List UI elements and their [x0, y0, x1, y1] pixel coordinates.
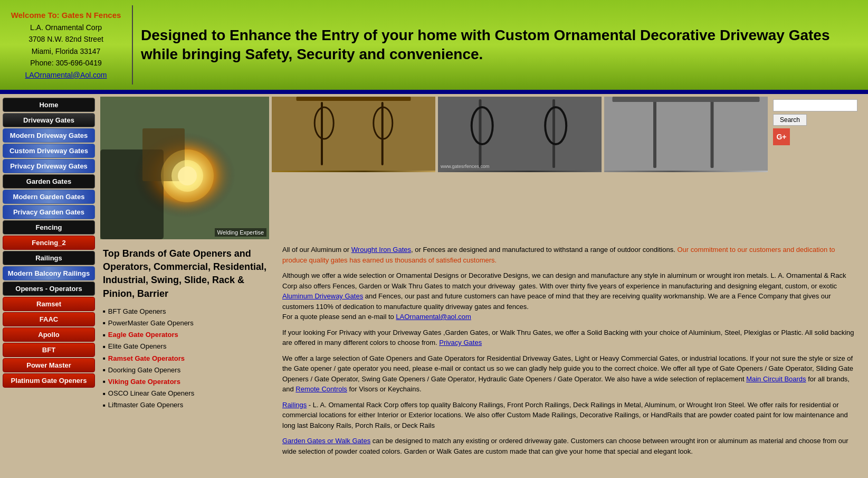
list-item: Doorking Gate Openers [103, 364, 272, 376]
gate-image-3 [604, 97, 768, 172]
google-plus-button[interactable]: G+ [773, 128, 790, 145]
privacy-gates-link[interactable]: Privacy Gates [439, 339, 482, 346]
content-area: Welding Expertise [98, 94, 868, 467]
list-item: Eagle Gate Operators [103, 329, 272, 341]
list-item: BFT Gate Openers [103, 306, 272, 317]
list-item: Elite Gate Openers [103, 341, 272, 352]
svg-rect-8 [272, 97, 435, 171]
content-para6: Garden Gates or Walk Gates can be design… [282, 436, 860, 456]
address2: Miami, Florida 33147 [8, 45, 124, 57]
sidebar-item-platinum[interactable]: Platinum Gate Openers [3, 373, 95, 388]
company-name: Gates N Fences [62, 11, 121, 20]
gate-image-2: www.gatesrfences.com [438, 97, 602, 172]
sidebar-item-powermaster[interactable]: Power Master [3, 358, 95, 372]
welding-image: Welding Expertise [100, 97, 269, 239]
welding-img-bg [100, 97, 269, 239]
svg-rect-22 [604, 97, 768, 171]
sidebar-item-fencing2[interactable]: Fencing_2 [3, 236, 95, 250]
quote-email-link[interactable]: LAOrnamental@aol.com [396, 313, 471, 321]
opener-label: Liftmaster Gate Openers [108, 400, 183, 410]
list-item: Ramset Gate Operators [103, 353, 272, 364]
list-item: PowerMaster Gate Openers [103, 317, 272, 329]
sidebar-item-modern-driveway[interactable]: Modern Driveway Gates [3, 128, 95, 143]
gate-images: www.gatesrfences.com [272, 97, 768, 172]
aluminum-driveway-link[interactable]: Aluminum Driveway Gates [282, 292, 363, 300]
svg-point-6 [161, 149, 214, 202]
sidebar-item-privacy-garden[interactable]: Privacy Garden Gates [3, 205, 95, 219]
blue-bar [0, 90, 868, 94]
content-para5: Railings - L. A. Ornamental Rack Corp of… [282, 400, 860, 431]
gate-openers-section: Top Brands of Gate Openers and Operators… [100, 242, 274, 464]
svg-text:www.gatesrfences.com: www.gatesrfences.com [440, 164, 490, 169]
sidebar-item-privacy-driveway[interactable]: Privacy Driveway Gates [3, 159, 95, 173]
top-images-row: Welding Expertise [98, 94, 868, 242]
svg-rect-23 [653, 99, 656, 168]
sidebar-item-fencing[interactable]: Fencing [3, 220, 95, 235]
list-item: Liftmaster Gate Openers [103, 399, 272, 411]
content-para2: Although we offer a wide selection or Or… [282, 270, 860, 322]
corp-name: L.A. Ornamental Corp [8, 22, 124, 33]
welcome-label: Welcome To: [11, 11, 60, 20]
sidebar-item-apollo[interactable]: Apollo [3, 327, 95, 342]
openers-list: BFT Gate Openers PowerMaster Gate Opener… [103, 306, 272, 411]
opener-label: Elite Gate Openers [108, 342, 167, 351]
sidebar-item-modern-garden[interactable]: Modern Garden Gates [3, 190, 95, 204]
header-divider [132, 5, 133, 85]
viking-gate-link[interactable]: Viking Gate Operators [108, 377, 180, 387]
search-input[interactable] [773, 99, 857, 111]
list-item: OSCO Linear Gate Openers [103, 388, 272, 399]
sidebar-item-faac[interactable]: FAAC [3, 312, 95, 326]
sidebar-item-modern-balcony[interactable]: Modern Balcony Railings [3, 266, 95, 280]
svg-rect-9 [321, 102, 323, 165]
sidebar-item-bft[interactable]: BFT [3, 343, 95, 357]
svg-rect-16 [479, 99, 482, 168]
svg-rect-15 [438, 97, 602, 171]
list-item: Viking Gate Operators [103, 376, 272, 388]
content-para1: All of our Aluminum or Wrought Iron Gate… [282, 245, 860, 265]
right-content: All of our Aluminum or Wrought Iron Gate… [277, 242, 865, 464]
garden-gates-link[interactable]: Garden Gates or Walk Gates [282, 437, 370, 445]
opener-label: OSCO Linear Gate Openers [108, 389, 194, 398]
header-tagline: Designed to Enhance the Entry of your ho… [141, 26, 860, 64]
opener-label: BFT Gate Openers [108, 307, 166, 316]
ramset-gate-link[interactable]: Ramset Gate Operators [108, 354, 185, 363]
svg-rect-17 [552, 99, 555, 168]
svg-rect-13 [297, 97, 411, 101]
railings-link[interactable]: Railings [282, 401, 307, 409]
content-para4: We offer a large selection of Gate Opene… [282, 353, 860, 395]
sidebar-item-home[interactable]: Home [3, 98, 95, 112]
middle-section: Top Brands of Gate Openers and Operators… [98, 242, 868, 467]
gate-image-1 [272, 97, 435, 172]
sidebar-item-openers[interactable]: Openers - Operators [3, 282, 95, 296]
search-button[interactable]: Search [773, 114, 807, 126]
sidebar-item-custom-driveway[interactable]: Custom Driveway Gates [3, 144, 95, 158]
sidebar-item-garden-gates[interactable]: Garden Gates [3, 174, 95, 189]
eagle-gate-link[interactable]: Eagle Gate Operators [108, 330, 178, 340]
sidebar-item-ramset[interactable]: Ramset [3, 297, 95, 311]
sidebar-item-driveway-gates[interactable]: Driveway Gates [3, 113, 95, 127]
opener-label: Doorking Gate Openers [108, 365, 180, 375]
svg-rect-25 [613, 97, 760, 102]
header-contact: Welcome To: Gates N Fences L.A. Ornament… [8, 9, 124, 81]
welcome-text: Welcome To: Gates N Fences [8, 9, 124, 22]
sidebar: Home Driveway Gates Modern Driveway Gate… [0, 94, 98, 467]
content-para3: If your looking For Privacy with your Dr… [282, 327, 860, 348]
sidebar-item-railings[interactable]: Railings [3, 251, 95, 265]
email-link[interactable]: LAOrnamental@Aol.com [25, 71, 107, 79]
svg-rect-24 [711, 99, 714, 168]
circuit-boards-link[interactable]: Main Circuit Boards [746, 375, 806, 383]
remote-controls-link[interactable]: Remote Controls [295, 385, 347, 393]
phone: Phone: 305-696-0419 [8, 57, 124, 69]
address1: 3708 N.W. 82nd Street [8, 33, 124, 45]
main-layout: Home Driveway Gates Modern Driveway Gate… [0, 94, 868, 467]
welding-caption: Welding Expertise [215, 228, 266, 237]
wrought-iron-link[interactable]: Wrought Iron Gates [351, 246, 411, 254]
header: Welcome To: Gates N Fences L.A. Ornament… [0, 0, 868, 90]
svg-rect-10 [381, 102, 384, 165]
search-box: Search G+ [770, 97, 865, 148]
opener-label: PowerMaster Gate Openers [108, 318, 194, 328]
gate-openers-title: Top Brands of Gate Openers and Operators… [103, 247, 272, 301]
